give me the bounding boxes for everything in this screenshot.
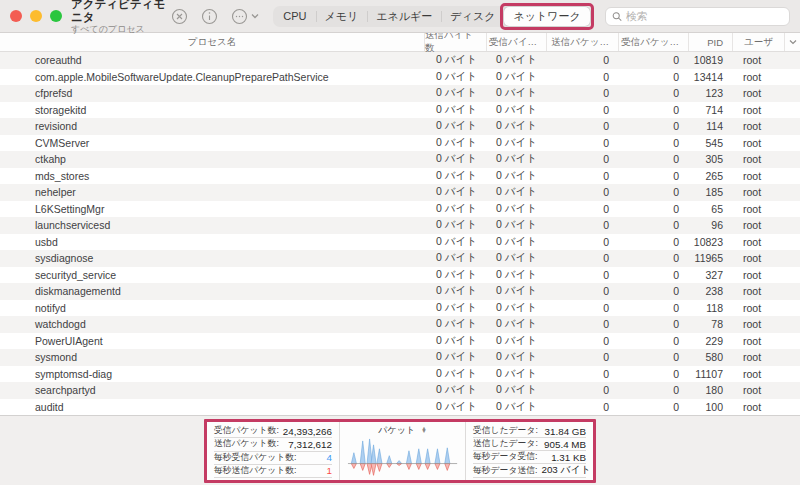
table-row[interactable]: ctkahp0 バイト0 バイト00305root [0, 151, 800, 168]
cell-recv-packets: 0 [618, 401, 688, 413]
stat-label: 送信パケット数: [214, 438, 279, 450]
cell-sent-packets: 0 [546, 285, 618, 297]
cell-pid: 65 [688, 203, 732, 215]
cell-process-name: cfprefsd [0, 87, 424, 99]
cell-sent-bytes: 0 バイト [424, 53, 486, 67]
cell-recv-packets: 0 [618, 71, 688, 83]
column-header-pid[interactable]: PID [688, 33, 732, 51]
cell-recv-packets: 0 [618, 302, 688, 314]
table-row[interactable]: auditd0 バイト0 バイト00100root [0, 399, 800, 416]
table-row[interactable]: mds_stores0 バイト0 バイト00265root [0, 168, 800, 185]
cell-process-name: com.apple.MobileSoftwareUpdate.CleanupPr… [0, 71, 424, 83]
table-row[interactable]: storagekitd0 バイト0 バイト00714root [0, 102, 800, 119]
cell-recv-bytes: 0 バイト [486, 317, 546, 331]
cell-sent-bytes: 0 バイト [424, 103, 486, 117]
cell-pid: 78 [688, 318, 732, 330]
table-row[interactable]: PowerUIAgent0 バイト0 バイト00229root [0, 333, 800, 350]
cell-recv-bytes: 0 バイト [486, 103, 546, 117]
cell-user: root [732, 285, 784, 297]
table-row[interactable]: diskmanagementd0 バイト0 バイト00238root [0, 283, 800, 300]
cell-pid: 185 [688, 186, 732, 198]
table-row[interactable]: CVMServer0 バイト0 バイト00545root [0, 135, 800, 152]
cell-process-name: L6KSettingMgr [0, 203, 424, 215]
stat-value: 1 [326, 465, 331, 476]
column-header-process-name[interactable]: プロセス名 [0, 33, 424, 51]
cell-pid: 13414 [688, 71, 732, 83]
table-row[interactable]: notifyd0 バイト0 バイト00118root [0, 300, 800, 317]
cell-sent-packets: 0 [546, 351, 618, 363]
table-row[interactable]: cfprefsd0 バイト0 バイト00123root [0, 85, 800, 102]
cell-pid: 118 [688, 302, 732, 314]
cell-sent-packets: 0 [546, 153, 618, 165]
table-row[interactable]: watchdogd0 バイト0 バイト0078root [0, 316, 800, 333]
stat-label: 送信したデータ: [473, 438, 538, 450]
tab-エネルギー[interactable]: エネルギー [367, 7, 441, 26]
tab-ディスク[interactable]: ディスク [441, 7, 504, 26]
column-header-sent-bytes[interactable]: 送信バイト数 [424, 33, 486, 51]
table-row[interactable]: securityd_service0 バイト0 バイト00327root [0, 267, 800, 284]
cell-sent-packets: 0 [546, 120, 618, 132]
cell-sent-packets: 0 [546, 335, 618, 347]
tab-メモリ[interactable]: メモリ [316, 7, 368, 26]
table-row[interactable]: nehelper0 バイト0 バイト00185root [0, 184, 800, 201]
table-row[interactable]: symptomsd-diag0 バイト0 バイト0011107root [0, 366, 800, 383]
tab-ネットワーク[interactable]: ネットワーク [504, 7, 589, 26]
column-header-recv-packets[interactable]: 受信パケッ… [618, 33, 688, 51]
table-row[interactable]: L6KSettingMgr0 バイト0 バイト0065root [0, 201, 800, 218]
cell-user: root [732, 351, 784, 363]
table-row[interactable]: sysdiagnose0 バイト0 バイト0011965root [0, 250, 800, 267]
cell-process-name: searchpartyd [0, 384, 424, 396]
cell-sent-packets: 0 [546, 368, 618, 380]
cell-sent-packets: 0 [546, 137, 618, 149]
column-header-sent-packets[interactable]: 送信パケッ… [546, 33, 618, 51]
cell-sent-packets: 0 [546, 384, 618, 396]
table-row[interactable]: com.apple.MobileSoftwareUpdate.CleanupPr… [0, 69, 800, 86]
toolbar-icons [171, 8, 259, 25]
table-row[interactable]: sysmond0 バイト0 バイト00580root [0, 349, 800, 366]
cell-user: root [732, 236, 784, 248]
cell-pid: 123 [688, 87, 732, 99]
chart-type-stepper[interactable]: ▲▼ [421, 427, 426, 433]
cell-recv-bytes: 0 バイト [486, 251, 546, 265]
table-row[interactable]: launchservicesd0 バイト0 バイト0096root [0, 217, 800, 234]
cell-pid: 229 [688, 335, 732, 347]
cell-process-name: securityd_service [0, 269, 424, 281]
cell-user: root [732, 384, 784, 396]
data-stats-list: 受信したデータ:31.84 GB送信したデータ:905.4 MB毎秒データ受信:… [465, 422, 593, 480]
cell-user: root [732, 87, 784, 99]
cell-sent-bytes: 0 バイト [424, 136, 486, 150]
cell-user: root [732, 137, 784, 149]
cell-recv-bytes: 0 バイト [486, 284, 546, 298]
cell-sent-bytes: 0 バイト [424, 251, 486, 265]
more-options-button[interactable] [231, 8, 259, 25]
cell-user: root [732, 368, 784, 380]
cell-sent-bytes: 0 バイト [424, 86, 486, 100]
cell-sent-packets: 0 [546, 269, 618, 281]
table-row[interactable]: searchpartyd0 バイト0 バイト00180root [0, 382, 800, 399]
cell-sent-bytes: 0 バイト [424, 185, 486, 199]
close-window-button[interactable] [10, 10, 22, 22]
cell-sent-packets: 0 [546, 236, 618, 248]
cell-sent-bytes: 0 バイト [424, 317, 486, 331]
cell-recv-bytes: 0 バイト [486, 400, 546, 414]
zoom-window-button[interactable] [50, 10, 62, 22]
table-row[interactable]: coreauthd0 バイト0 バイト0010819root [0, 52, 800, 69]
inspect-process-icon[interactable] [201, 8, 218, 25]
cell-sent-packets: 0 [546, 104, 618, 116]
search-input[interactable] [626, 10, 783, 22]
quit-process-icon[interactable] [171, 8, 188, 25]
cell-process-name: sysdiagnose [0, 252, 424, 264]
cell-user: root [732, 170, 784, 182]
column-header-chevron[interactable] [784, 33, 800, 51]
cell-process-name: diskmanagementd [0, 285, 424, 297]
stat-value: 4 [326, 452, 331, 463]
table-row[interactable]: usbd0 バイト0 バイト0010823root [0, 234, 800, 251]
stat-row: 毎秒データ送信:203 バイト [473, 464, 586, 478]
stat-value: 203 バイト [541, 464, 590, 477]
search-field[interactable] [605, 7, 790, 26]
minimize-window-button[interactable] [30, 10, 42, 22]
column-header-user[interactable]: ユーザ [732, 33, 784, 51]
column-header-recv-bytes[interactable]: 受信バイ… [486, 33, 546, 51]
tab-CPU[interactable]: CPU [274, 7, 315, 26]
table-row[interactable]: revisiond0 バイト0 バイト00114root [0, 118, 800, 135]
